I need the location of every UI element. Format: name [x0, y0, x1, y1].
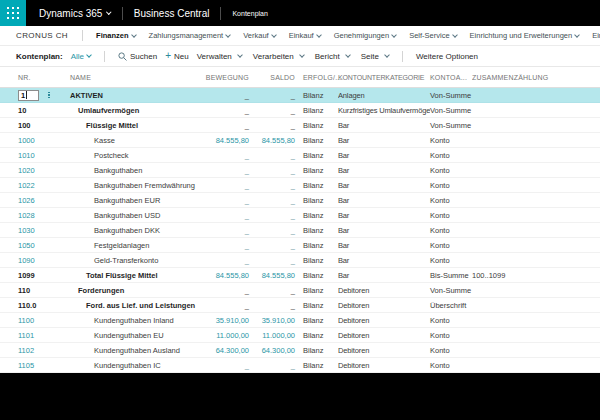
account-number-cell[interactable]: 1000: [16, 136, 46, 145]
product-title[interactable]: Business Central: [134, 8, 210, 19]
saldo-cell[interactable]: 35.910,00: [249, 316, 295, 325]
col-header-nr[interactable]: NR.: [16, 74, 46, 81]
view-filter-dropdown[interactable]: Alle: [71, 52, 91, 61]
vertical-dots-icon[interactable]: [48, 92, 50, 99]
account-name-cell[interactable]: Postcheck: [62, 151, 187, 160]
bewegung-cell[interactable]: 11.000,00: [187, 331, 249, 340]
account-number-cell[interactable]: 1090: [16, 256, 46, 265]
account-name-cell[interactable]: Umlaufvermögen: [62, 106, 187, 115]
bewegung-cell[interactable]: _: [187, 181, 249, 190]
account-number-cell[interactable]: 1020: [16, 166, 46, 175]
saldo-cell[interactable]: 64.300,00: [249, 346, 295, 355]
table-row[interactable]: 1010 Postcheck _ _ Bilanz Bar Konto: [0, 148, 600, 163]
account-name-cell[interactable]: Bankguthaben DKK: [62, 226, 187, 235]
account-number-cell[interactable]: 1050: [16, 241, 46, 250]
table-row[interactable]: 1101 Kundenguthaben EU 11.000,00 11.000,…: [0, 328, 600, 343]
company-name[interactable]: CRONUS CH: [16, 31, 68, 40]
bewegung-cell[interactable]: _: [187, 211, 249, 220]
saldo-cell[interactable]: 11.000,00: [249, 331, 295, 340]
saldo-cell[interactable]: _: [249, 211, 295, 220]
app-switcher[interactable]: Dynamics 365: [39, 8, 111, 19]
bewegung-cell[interactable]: _: [187, 166, 249, 175]
col-header-kontounterkategorie[interactable]: KONTOUNTERKATEGORIE: [338, 74, 430, 81]
account-name-cell[interactable]: Bankguthaben USD: [62, 211, 187, 220]
account-number-cell[interactable]: 1: [16, 90, 46, 101]
bewegung-cell[interactable]: _: [187, 301, 249, 310]
menu-verwalten[interactable]: Verwalten: [197, 52, 242, 61]
saldo-cell[interactable]: _: [249, 151, 295, 160]
saldo-cell[interactable]: _: [249, 91, 295, 100]
account-number-cell[interactable]: 1101: [16, 331, 46, 340]
table-row[interactable]: 1 AKTIVEN _ _ Bilanz Anlagen Von-Summe: [0, 88, 600, 103]
bewegung-cell[interactable]: _: [187, 286, 249, 295]
account-name-cell[interactable]: Kundenguthaben IC: [62, 361, 187, 370]
table-row[interactable]: 1000 Kasse 84.555,80 84.555,80 Bilanz Ba…: [0, 133, 600, 148]
table-row[interactable]: 1022 Bankguthaben Fremdwährung _ _ Bilan…: [0, 178, 600, 193]
saldo-cell[interactable]: _: [249, 181, 295, 190]
bewegung-cell[interactable]: 64.300,00: [187, 346, 249, 355]
bewegung-cell[interactable]: _: [187, 361, 249, 370]
saldo-cell[interactable]: _: [249, 226, 295, 235]
inline-edit-field[interactable]: 1: [18, 90, 39, 101]
account-name-cell[interactable]: Bankguthaben Fremdwährung: [62, 181, 187, 190]
account-number-cell[interactable]: 1026: [16, 196, 46, 205]
account-name-cell[interactable]: Bankguthaben EUR: [62, 196, 187, 205]
table-row[interactable]: 1105 Kundenguthaben IC _ _ Bilanz Debito…: [0, 358, 600, 373]
saldo-cell[interactable]: _: [249, 166, 295, 175]
bewegung-cell[interactable]: _: [187, 226, 249, 235]
saldo-cell[interactable]: 84.555,80: [249, 136, 295, 145]
account-name-cell[interactable]: Total Flüssige Mittel: [62, 271, 187, 280]
bewegung-cell[interactable]: _: [187, 151, 249, 160]
table-row[interactable]: 10 Umlaufvermögen _ _ Bilanz Kurzfristig…: [0, 103, 600, 118]
table-row[interactable]: 1102 Kundenguthaben Ausland 64.300,00 64…: [0, 343, 600, 358]
saldo-cell[interactable]: _: [249, 196, 295, 205]
account-number-cell[interactable]: 10: [16, 106, 46, 115]
account-name-cell[interactable]: Forderungen: [62, 286, 187, 295]
nav-item-self-service[interactable]: Self-Service: [409, 31, 456, 40]
bewegung-cell[interactable]: _: [187, 256, 249, 265]
saldo-cell[interactable]: _: [249, 256, 295, 265]
nav-item-einkauf[interactable]: Einkauf: [289, 31, 321, 40]
account-name-cell[interactable]: Kundenguthaben Ausland: [62, 346, 187, 355]
saldo-cell[interactable]: _: [249, 361, 295, 370]
account-name-cell[interactable]: Kundenguthaben Inland: [62, 316, 187, 325]
col-header-saldo[interactable]: SALDO: [249, 74, 295, 81]
new-button[interactable]: + Neu: [165, 51, 189, 61]
account-number-cell[interactable]: 110: [16, 286, 46, 295]
col-header-zusammenzaehlung[interactable]: ZUSAMMENZÄHLUNG: [472, 74, 600, 81]
account-number-cell[interactable]: 1028: [16, 211, 46, 220]
more-options-button[interactable]: Weitere Optionen: [416, 52, 478, 61]
table-row[interactable]: 110 Forderungen _ _ Bilanz Debitoren Von…: [0, 283, 600, 298]
saldo-cell[interactable]: _: [249, 106, 295, 115]
bewegung-cell[interactable]: 84.555,80: [187, 136, 249, 145]
account-number-cell[interactable]: 1102: [16, 346, 46, 355]
table-row[interactable]: 1100 Kundenguthaben Inland 35.910,00 35.…: [0, 313, 600, 328]
bewegung-cell[interactable]: _: [187, 91, 249, 100]
account-name-cell[interactable]: AKTIVEN: [62, 91, 187, 100]
table-row[interactable]: 1020 Bankguthaben _ _ Bilanz Bar Konto: [0, 163, 600, 178]
nav-item-verkauf[interactable]: Verkauf: [243, 31, 275, 40]
bewegung-cell[interactable]: _: [187, 121, 249, 130]
saldo-cell[interactable]: _: [249, 121, 295, 130]
account-name-cell[interactable]: Ford. aus Lief. und Leistungen: [62, 301, 187, 310]
table-row[interactable]: 110.0 Ford. aus Lief. und Leistungen _ _…: [0, 298, 600, 313]
bewegung-cell[interactable]: _: [187, 196, 249, 205]
bewegung-cell[interactable]: _: [187, 106, 249, 115]
saldo-cell[interactable]: _: [249, 241, 295, 250]
table-row[interactable]: 1090 Geld-Transferkonto _ _ Bilanz Bar K…: [0, 253, 600, 268]
col-header-bewegung[interactable]: BEWEGUNG: [187, 74, 249, 81]
account-number-cell[interactable]: 1100: [16, 316, 46, 325]
menu-seite[interactable]: Seite: [361, 52, 389, 61]
table-row[interactable]: 1099 Total Flüssige Mittel 84.555,80 84.…: [0, 268, 600, 283]
account-number-cell[interactable]: 1030: [16, 226, 46, 235]
app-launcher-button[interactable]: [0, 0, 26, 26]
bewegung-cell[interactable]: 84.555,80: [187, 271, 249, 280]
bewegung-cell[interactable]: 35.910,00: [187, 316, 249, 325]
row-options-cell[interactable]: [46, 92, 62, 99]
nav-item-genehmigungen[interactable]: Genehmigungen: [334, 31, 396, 40]
account-number-cell[interactable]: 110.0: [16, 301, 46, 310]
saldo-cell[interactable]: _: [249, 301, 295, 310]
table-row[interactable]: 1030 Bankguthaben DKK _ _ Bilanz Bar Kon…: [0, 223, 600, 238]
table-row[interactable]: 1026 Bankguthaben EUR _ _ Bilanz Bar Kon…: [0, 193, 600, 208]
nav-item-einrichtung-und-erweiterungen[interactable]: Einrichtung und Erweiterungen: [470, 31, 580, 40]
